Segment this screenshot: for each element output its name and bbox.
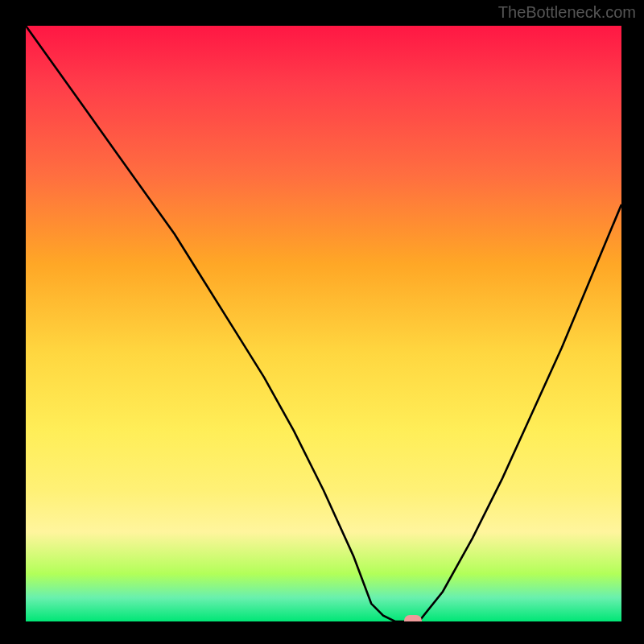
plot-area	[26, 26, 621, 621]
optimal-marker	[404, 615, 422, 621]
bottleneck-curve	[26, 26, 621, 621]
watermark-text: TheBottleneck.com	[498, 3, 636, 22]
curve-svg	[26, 26, 621, 621]
